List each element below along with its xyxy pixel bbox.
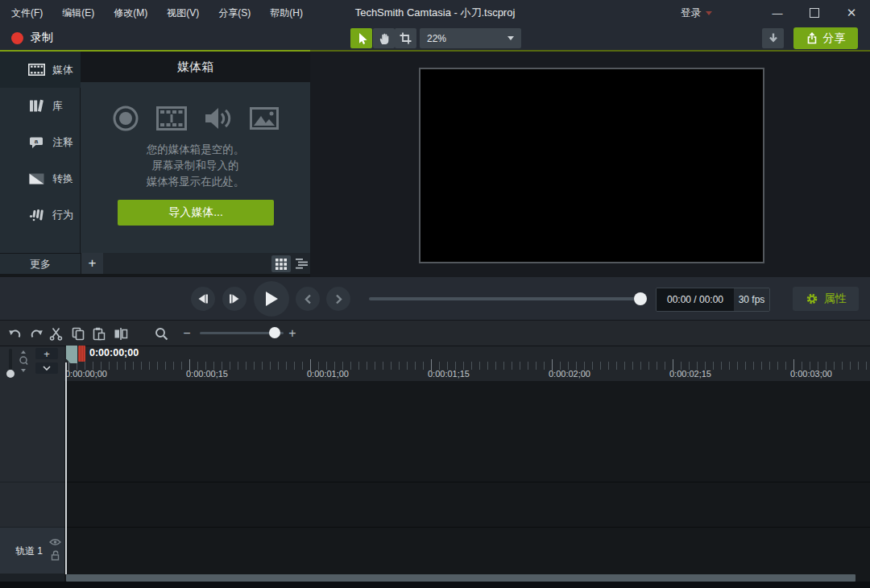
ruler-label: 0:00:03;00 — [790, 369, 832, 379]
menu-help[interactable]: 帮助(H) — [270, 6, 303, 20]
camtasia-window: 文件(F) 编辑(E) 修改(M) 视图(V) 分享(S) 帮助(H) Tech… — [0, 0, 870, 588]
canvas-zoom-value: 22% — [427, 33, 446, 44]
menu-edit[interactable]: 编辑(E) — [62, 6, 94, 20]
track-visibility-toggle[interactable] — [49, 538, 61, 546]
grid-view-button[interactable] — [271, 255, 291, 272]
books-icon — [27, 99, 45, 113]
media-bin-empty-icons — [81, 105, 310, 132]
track-name: 轨道 1 — [15, 545, 43, 558]
sidebar-item-label: 媒体 — [52, 63, 73, 77]
gear-icon — [806, 292, 818, 305]
grid-view-icon — [276, 259, 287, 270]
canvas-zoom-dropdown[interactable]: 22% — [420, 28, 521, 48]
copy-button[interactable] — [68, 324, 88, 343]
track-lock-toggle[interactable] — [51, 550, 60, 561]
play-icon — [264, 291, 279, 307]
export-icon — [806, 32, 818, 44]
record-button[interactable]: 录制 — [11, 26, 53, 50]
ruler-label: 0:00:02;00 — [549, 369, 590, 379]
sidebar-item-label: 转换 — [52, 172, 73, 186]
ruler-label: 0:00:01;15 — [428, 369, 470, 379]
step-back-button[interactable] — [191, 287, 215, 311]
track-height-thumb[interactable] — [6, 370, 14, 378]
media-bin-empty-text: 您的媒体箱是空的。 屏幕录制和导入的 媒体将显示在此处。 — [81, 142, 310, 190]
download-button[interactable] — [762, 28, 784, 48]
pan-tool-button[interactable] — [373, 28, 395, 48]
fit-zoom-icon[interactable] — [19, 350, 28, 374]
timeline-tracks[interactable] — [64, 381, 870, 574]
menu-modify[interactable]: 修改(M) — [114, 6, 147, 20]
record-icon — [11, 32, 23, 44]
properties-button[interactable]: 属性 — [793, 287, 859, 311]
import-media-button[interactable]: 导入媒体... — [118, 200, 274, 226]
hand-icon — [378, 31, 391, 45]
empty-line-1: 您的媒体箱是空的。 — [81, 142, 310, 158]
redo-button[interactable] — [26, 324, 46, 343]
behavior-bars-icon — [27, 208, 45, 222]
step-forward-button[interactable] — [222, 287, 246, 311]
menu-view[interactable]: 视图(V) — [167, 6, 199, 20]
crop-tool-button[interactable] — [395, 28, 416, 48]
empty-line-2: 屏幕录制和导入的 — [81, 158, 310, 174]
record-circle-icon — [112, 105, 139, 132]
sidebar-item-annotations[interactable]: a 注释 — [0, 124, 81, 160]
close-button[interactable]: ✕ — [833, 0, 870, 26]
copy-icon — [72, 327, 85, 341]
maximize-button[interactable] — [796, 0, 833, 26]
undo-button[interactable] — [5, 324, 25, 343]
media-bin-title: 媒体箱 — [177, 60, 213, 75]
add-tab-button[interactable]: + — [81, 253, 103, 274]
split-button[interactable] — [110, 324, 130, 343]
minimize-button[interactable]: — — [759, 0, 796, 26]
cursor-icon — [355, 31, 368, 45]
preview-stage[interactable] — [419, 68, 764, 263]
menu-file[interactable]: 文件(F) — [11, 6, 43, 20]
cut-button[interactable] — [46, 324, 66, 343]
horizontal-scrollbar[interactable] — [66, 574, 856, 582]
playback-scrub-thumb[interactable] — [634, 292, 647, 305]
image-icon — [250, 107, 279, 130]
maximize-icon — [810, 8, 819, 18]
gutter-separator — [0, 482, 64, 482]
chevron-left-icon — [304, 294, 312, 304]
track-separator — [64, 482, 870, 482]
next-marker-button[interactable] — [326, 287, 350, 311]
sidebar-item-media[interactable]: 媒体 — [0, 52, 81, 88]
add-track-button[interactable]: + — [35, 348, 58, 359]
menu-share[interactable]: 分享(S) — [218, 6, 251, 20]
chevron-down-icon — [43, 366, 51, 371]
paste-button[interactable] — [89, 324, 109, 343]
sidebar-item-behaviors[interactable]: 行为 — [0, 197, 81, 233]
step-forward-icon — [229, 294, 240, 304]
undo-icon — [8, 327, 23, 340]
chevron-down-icon — [706, 11, 712, 15]
share-button[interactable]: 分享 — [793, 27, 858, 49]
timeline-zoom-thumb[interactable] — [269, 327, 280, 338]
ruler-label: 0:00:00;15 — [186, 369, 228, 379]
film-strip-icon — [27, 64, 45, 76]
sign-in-label: 登录 — [681, 6, 701, 20]
previous-marker-button[interactable] — [296, 287, 320, 311]
timeline-zoom-button[interactable] — [151, 324, 172, 343]
playback-scrub-slider[interactable] — [369, 297, 643, 300]
properties-label: 属性 — [824, 292, 847, 306]
timeline-zoom-out-button[interactable]: − — [179, 324, 195, 343]
sidebar-item-transitions[interactable]: 转换 — [0, 160, 81, 197]
eye-icon — [49, 538, 61, 546]
list-view-button[interactable] — [292, 255, 311, 272]
download-icon — [768, 32, 779, 44]
sidebar-more-button[interactable]: 更多 — [0, 253, 81, 274]
play-button[interactable] — [254, 281, 289, 317]
share-label: 分享 — [823, 31, 846, 46]
transition-icon — [27, 173, 45, 184]
playhead-line[interactable] — [65, 362, 67, 574]
track-separator — [64, 527, 870, 528]
sidebar-item-library[interactable]: 库 — [0, 88, 81, 124]
playhead-handle[interactable] — [78, 346, 85, 362]
sign-in-button[interactable]: 登录 — [681, 0, 712, 26]
timeline-zoom-in-button[interactable]: + — [284, 324, 300, 343]
track-options-button[interactable] — [35, 362, 58, 374]
empty-line-3: 媒体将显示在此处。 — [81, 174, 310, 190]
select-tool-button[interactable] — [350, 28, 372, 48]
split-icon — [114, 328, 128, 340]
